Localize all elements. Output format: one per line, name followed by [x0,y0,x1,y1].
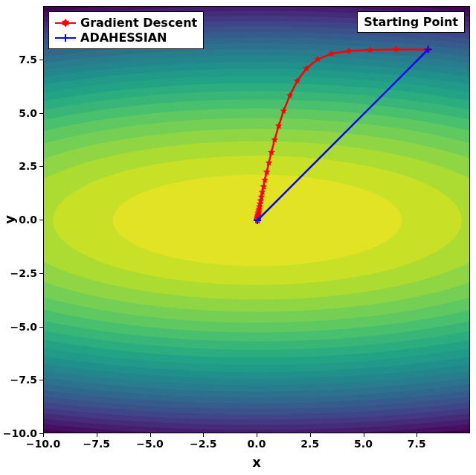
figure: Gradient Descent ADAHESSIAN Starting Poi… [0,0,476,475]
x-tick [257,433,257,437]
series-overlay [44,7,470,433]
x-tick [203,433,204,437]
y-axis-label: y [1,215,17,224]
plot-axes: Gradient Descent ADAHESSIAN Starting Poi… [43,6,470,433]
x-tick-label: 0.0 [248,438,266,450]
legend: Gradient Descent ADAHESSIAN [48,11,204,49]
series-line [257,49,428,220]
x-tick [310,433,311,437]
x-axis-label: x [252,454,261,470]
x-tick-label: −10.0 [26,438,60,450]
legend-label: Gradient Descent [80,16,197,30]
y-tick-label: 7.5 [19,54,37,66]
star-icon [367,46,374,53]
y-tick [39,380,43,380]
x-tick [364,433,364,437]
legend-line-icon [55,37,76,39]
y-tick [39,166,43,167]
y-tick-label: −7.5 [10,374,37,386]
star-icon [62,18,69,25]
y-tick [39,433,43,434]
x-tick [97,433,97,437]
y-tick [39,327,43,328]
x-tick-label: −5.0 [136,438,164,450]
x-tick [43,433,44,437]
legend-label: ADAHESSIAN [80,31,167,45]
plus-icon [62,34,69,42]
legend-line-icon [55,22,76,24]
x-tick-label: 7.5 [408,438,426,450]
y-tick-label: −5.0 [10,321,37,333]
legend-entry-gradient-descent: Gradient Descent [55,16,197,30]
y-tick [39,273,43,274]
star-icon [393,45,400,52]
x-tick-label: −2.5 [190,438,217,450]
star-icon [328,50,335,57]
y-tick-label: 0.0 [19,214,37,226]
y-tick-label: −10.0 [3,427,37,439]
y-tick [39,113,43,114]
y-tick [39,60,43,60]
x-tick [150,433,151,437]
legend-entry-adahessian: ADAHESSIAN [55,31,197,45]
y-tick-label: 2.5 [19,160,37,172]
x-tick-label: 5.0 [354,438,373,450]
x-tick [416,433,417,437]
y-tick-label: 5.0 [19,107,37,119]
y-tick [39,220,43,220]
y-tick-label: −2.5 [10,267,37,279]
star-icon [345,47,353,54]
x-tick-label: 2.5 [300,438,319,450]
x-tick-label: −7.5 [83,438,110,450]
starting-point-annotation: Starting Point [357,11,465,33]
